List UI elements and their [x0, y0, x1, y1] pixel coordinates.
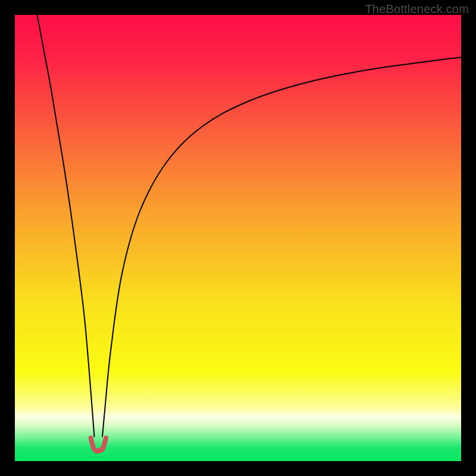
plot-area	[15, 15, 461, 461]
left-branch-curve	[37, 15, 95, 437]
curve-layer	[15, 15, 461, 461]
right-branch-curve	[102, 57, 461, 437]
valley-marker	[91, 438, 107, 452]
watermark-text: TheBottleneck.com	[365, 2, 469, 16]
chart-frame: TheBottleneck.com	[0, 0, 476, 476]
